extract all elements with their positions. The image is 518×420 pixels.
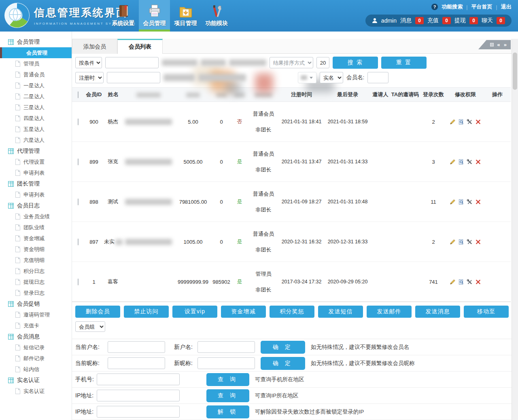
view-doc-icon[interactable]: [458, 119, 464, 125]
sidebar-entry[interactable]: 团队业绩: [0, 222, 72, 233]
withdraw-count-badge[interactable]: 0: [469, 17, 478, 24]
sidebar-entry[interactable]: 提现日志: [0, 276, 72, 287]
link-platform-home[interactable]: 平台首页: [471, 3, 493, 11]
panel-pin-icon[interactable]: [490, 43, 494, 46]
stat-withdraw-label[interactable]: 提现: [454, 17, 466, 24]
confirm-nickname-button[interactable]: 确 定: [261, 357, 305, 370]
sidebar-entry[interactable]: 会员管理: [0, 47, 72, 58]
sidebar-entry[interactable]: 管理员: [0, 58, 72, 69]
bulk-action-button[interactable]: 删除会员: [75, 306, 120, 318]
realname-select[interactable]: 实名: [320, 72, 343, 83]
bulk-action-button[interactable]: 禁止访问: [124, 306, 169, 318]
sidebar-entry[interactable]: 五星达人: [0, 124, 72, 135]
sidebar-entry[interactable]: 会员日志: [0, 200, 72, 211]
chevron-right-icon[interactable]: »: [504, 42, 507, 47]
member-group-select[interactable]: 会员组: [75, 321, 105, 332]
sidebar-entry[interactable]: 三星达人: [0, 102, 72, 113]
nav-system-settings[interactable]: 系统设置: [108, 0, 139, 32]
query-phone-button[interactable]: 查 询: [206, 373, 249, 386]
ip-unlock-input[interactable]: [97, 406, 180, 418]
edit-icon[interactable]: [450, 279, 456, 285]
delete-icon[interactable]: [475, 199, 481, 205]
phone-input[interactable]: [97, 374, 180, 385]
edit-icon[interactable]: [450, 239, 456, 245]
sort-select[interactable]: 结果排序方式: [270, 57, 313, 68]
tab-member-list[interactable]: 会员列表: [117, 39, 163, 54]
confirm-username-button[interactable]: 确 定: [261, 341, 305, 354]
sidebar-entry[interactable]: 会员管理: [0, 36, 72, 47]
sidebar-entry[interactable]: 代理管理: [0, 146, 72, 156]
sidebar-entry[interactable]: 邀请码管理: [0, 309, 72, 320]
link-logout[interactable]: 退出: [501, 3, 512, 11]
sidebar-entry[interactable]: 短信记录: [0, 342, 72, 353]
delete-icon[interactable]: [475, 159, 481, 165]
sidebar-entry[interactable]: 二星达人: [0, 91, 72, 102]
tools-icon[interactable]: [467, 279, 473, 285]
bulk-action-button[interactable]: 设置vip: [172, 306, 217, 318]
stat-chat-label[interactable]: 聊天: [482, 17, 493, 24]
tools-icon[interactable]: [467, 199, 473, 205]
sidebar-entry[interactable]: 积分日志: [0, 266, 72, 276]
sidebar-entry[interactable]: 普通会员: [0, 69, 72, 80]
tools-icon[interactable]: [467, 159, 473, 165]
bulk-action-button[interactable]: 移动至: [464, 306, 509, 318]
delete-icon[interactable]: [475, 279, 481, 285]
row-checkbox[interactable]: [78, 279, 79, 285]
view-doc-icon[interactable]: [458, 159, 464, 165]
current-nickname-input[interactable]: [108, 357, 165, 369]
register-time-select[interactable]: 注册时间: [75, 72, 104, 83]
row-checkbox[interactable]: [78, 118, 79, 125]
row-checkbox[interactable]: [78, 238, 79, 245]
stat-messages-label[interactable]: 消息: [400, 17, 412, 24]
sidebar-entry[interactable]: 资金增减: [0, 233, 72, 244]
sidebar-entry[interactable]: 申请列表: [0, 167, 72, 178]
row-checkbox[interactable]: [78, 158, 79, 165]
query-ip-button[interactable]: 查 询: [206, 389, 249, 402]
sidebar-entry[interactable]: 会员促销: [0, 298, 72, 309]
sidebar-entry[interactable]: 代理设置: [0, 156, 72, 167]
bulk-action-button[interactable]: 积分奖惩: [270, 306, 314, 318]
edit-icon[interactable]: [450, 199, 456, 205]
link-function-search[interactable]: 功能搜索: [442, 3, 463, 11]
sidebar-entry[interactable]: 邮件记录: [0, 353, 72, 364]
ip-query-input[interactable]: [97, 390, 180, 401]
sidebar-entry[interactable]: 资金明细: [0, 244, 72, 255]
bulk-action-button[interactable]: 发送短信: [318, 306, 363, 318]
select-all-checkbox[interactable]: [78, 91, 79, 98]
current-username-input[interactable]: [108, 341, 165, 353]
view-doc-icon[interactable]: [458, 279, 464, 285]
tools-icon[interactable]: [467, 239, 473, 245]
new-username-input[interactable]: [197, 341, 255, 353]
delete-icon[interactable]: [475, 239, 481, 245]
edit-icon[interactable]: [450, 159, 456, 165]
member-name-input[interactable]: [367, 72, 388, 83]
new-nickname-input[interactable]: [197, 357, 255, 369]
stat-recharge-label[interactable]: 充值: [427, 17, 439, 24]
reset-button[interactable]: 重 置: [381, 57, 427, 69]
sidebar-entry[interactable]: 充值明细: [0, 255, 72, 266]
sidebar-entry[interactable]: 一星达人: [0, 80, 72, 91]
nav-function-modules[interactable]: 功能模块: [201, 0, 232, 32]
view-doc-icon[interactable]: [458, 199, 464, 205]
delete-icon[interactable]: [475, 119, 481, 125]
nav-member-management[interactable]: 会员管理: [139, 0, 170, 32]
sidebar-entry[interactable]: 充值卡: [0, 320, 72, 331]
sidebar-entry[interactable]: 实名认证: [0, 386, 72, 397]
page-size-input[interactable]: [316, 57, 329, 68]
bulk-action-button[interactable]: 资金增减: [221, 306, 266, 318]
tools-icon[interactable]: [467, 119, 473, 125]
messages-count-badge[interactable]: 0: [415, 17, 424, 24]
blurred-select[interactable]: [298, 72, 316, 83]
bulk-action-button[interactable]: 发送邮件: [367, 306, 412, 318]
keyword-input[interactable]: [105, 57, 159, 68]
row-checkbox[interactable]: [78, 198, 79, 205]
sidebar-entry[interactable]: 申请列表: [0, 189, 72, 200]
sidebar-entry[interactable]: 四星达人: [0, 113, 72, 124]
chevron-left-icon[interactable]: «: [497, 42, 500, 47]
edit-icon[interactable]: [450, 119, 456, 125]
chat-count-badge[interactable]: 0: [497, 17, 505, 24]
sidebar-entry[interactable]: 站内信: [0, 364, 72, 375]
bulk-action-button[interactable]: 发送消息: [415, 306, 460, 318]
sidebar-entry[interactable]: 六星达人: [0, 135, 72, 146]
view-doc-icon[interactable]: [458, 239, 464, 245]
